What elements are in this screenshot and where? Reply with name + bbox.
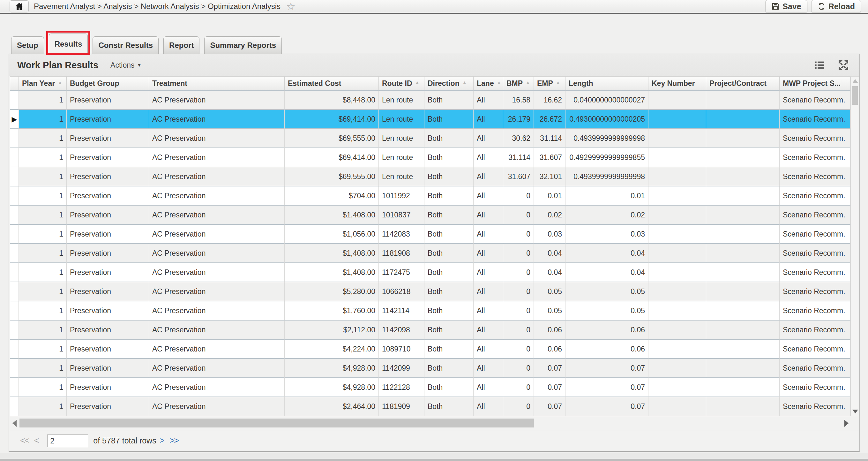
row-marker-cell[interactable] (10, 282, 19, 301)
cell-treatment[interactable]: AC Preservation (149, 263, 285, 282)
cell-direction[interactable]: Both (425, 91, 473, 110)
reload-button[interactable]: Reload (811, 0, 861, 13)
cell-project_contract[interactable] (706, 91, 780, 110)
cell-mwp_project_status[interactable]: Scenario Recomm. (780, 186, 850, 206)
cell-budget_group[interactable]: Preservation (67, 320, 149, 340)
table-row[interactable]: 1PreservationAC Preservation$2,464.00118… (10, 397, 850, 416)
save-button[interactable]: Save (765, 0, 807, 13)
row-marker-cell[interactable] (10, 340, 19, 359)
column-header-emp[interactable]: EMP▲ (534, 76, 565, 91)
cell-emp[interactable]: 0.01 (534, 186, 565, 206)
cell-plan_year[interactable]: 1 (19, 148, 67, 167)
table-row[interactable]: ▶1PreservationAC Preservation$69,414.00L… (10, 110, 850, 129)
table-row[interactable]: 1PreservationAC Preservation$69,555.00Le… (10, 129, 850, 148)
cell-emp[interactable]: 31.114 (534, 129, 565, 148)
column-header-mwp_project_status[interactable]: MWP Project S... (780, 76, 850, 91)
cell-bmp[interactable]: 0 (503, 225, 534, 244)
column-header-project_contract[interactable]: Project/Contract (706, 76, 780, 91)
row-marker-cell[interactable] (10, 186, 19, 206)
cell-lane[interactable]: All (473, 282, 503, 301)
cell-estimated_cost[interactable]: $4,224.00 (285, 340, 379, 359)
cell-key_number[interactable] (648, 320, 706, 340)
cell-estimated_cost[interactable]: $1,408.00 (285, 244, 379, 263)
cell-project_contract[interactable] (706, 301, 780, 320)
cell-bmp[interactable]: 0 (503, 320, 534, 340)
cell-plan_year[interactable]: 1 (19, 282, 67, 301)
cell-estimated_cost[interactable]: $69,414.00 (285, 148, 379, 167)
cell-treatment[interactable]: AC Preservation (149, 301, 285, 320)
expand-fullscreen-icon[interactable] (838, 59, 849, 71)
tab-constr-results[interactable]: Constr Results (93, 36, 159, 54)
cell-plan_year[interactable]: 1 (19, 206, 67, 225)
cell-budget_group[interactable]: Preservation (67, 244, 149, 263)
column-header-bmp[interactable]: BMP▲ (503, 76, 534, 91)
cell-treatment[interactable]: AC Preservation (149, 167, 285, 186)
cell-estimated_cost[interactable]: $704.00 (285, 186, 379, 206)
cell-plan_year[interactable]: 1 (19, 129, 67, 148)
cell-bmp[interactable]: 31.607 (503, 167, 534, 186)
cell-route_id[interactable]: 1011992 (379, 186, 425, 206)
column-header-plan_year[interactable]: Plan Year▲ (19, 76, 67, 91)
cell-bmp[interactable]: 0 (503, 378, 534, 397)
cell-budget_group[interactable]: Preservation (67, 148, 149, 167)
cell-direction[interactable]: Both (425, 129, 473, 148)
cell-route_id[interactable]: 1142083 (379, 225, 425, 244)
cell-key_number[interactable] (648, 301, 706, 320)
cell-bmp[interactable]: 0 (503, 397, 534, 416)
cell-budget_group[interactable]: Preservation (67, 301, 149, 320)
home-button[interactable] (9, 0, 29, 12)
column-header-budget_group[interactable]: Budget Group (67, 76, 149, 91)
row-marker-cell[interactable] (10, 320, 19, 340)
cell-treatment[interactable]: AC Preservation (149, 340, 285, 359)
cell-project_contract[interactable] (706, 263, 780, 282)
cell-lane[interactable]: All (473, 378, 503, 397)
scroll-left-arrow-icon[interactable] (12, 420, 17, 427)
cell-bmp[interactable]: 0 (503, 186, 534, 206)
cell-mwp_project_status[interactable]: Scenario Recomm. (780, 340, 850, 359)
cell-direction[interactable]: Both (425, 186, 473, 206)
cell-lane[interactable]: All (473, 167, 503, 186)
cell-length[interactable]: 0.01 (565, 186, 648, 206)
cell-plan_year[interactable]: 1 (19, 301, 67, 320)
next-page-button[interactable]: > (160, 436, 165, 446)
column-header-length[interactable]: Length (565, 76, 648, 91)
cell-treatment[interactable]: AC Preservation (149, 148, 285, 167)
cell-length[interactable]: 0.06 (565, 320, 648, 340)
table-row[interactable]: 1PreservationAC Preservation$8,448.00Len… (10, 91, 850, 110)
cell-estimated_cost[interactable]: $4,928.00 (285, 359, 379, 378)
cell-key_number[interactable] (648, 397, 706, 416)
cell-plan_year[interactable]: 1 (19, 263, 67, 282)
cell-estimated_cost[interactable]: $4,928.00 (285, 378, 379, 397)
cell-route_id[interactable]: 1142098 (379, 320, 425, 340)
cell-treatment[interactable]: AC Preservation (149, 225, 285, 244)
cell-budget_group[interactable]: Preservation (67, 397, 149, 416)
cell-emp[interactable]: 0.06 (534, 320, 565, 340)
cell-length[interactable]: 0.49300000000000205 (565, 110, 648, 129)
row-marker-cell[interactable] (10, 244, 19, 263)
cell-plan_year[interactable]: 1 (19, 186, 67, 206)
cell-direction[interactable]: Both (425, 359, 473, 378)
cell-direction[interactable]: Both (425, 148, 473, 167)
cell-length[interactable]: 0.02 (565, 206, 648, 225)
cell-estimated_cost[interactable]: $69,555.00 (285, 129, 379, 148)
cell-budget_group[interactable]: Preservation (67, 225, 149, 244)
cell-route_id[interactable]: Len route (379, 167, 425, 186)
cell-mwp_project_status[interactable]: Scenario Recomm. (780, 110, 850, 129)
row-marker-cell[interactable] (10, 263, 19, 282)
cell-key_number[interactable] (648, 225, 706, 244)
cell-emp[interactable]: 31.607 (534, 148, 565, 167)
column-header-route_id[interactable]: Route ID▲ (379, 76, 425, 91)
column-header-key_number[interactable]: Key Number (648, 76, 706, 91)
cell-direction[interactable]: Both (425, 301, 473, 320)
cell-length[interactable]: 0.04 (565, 244, 648, 263)
cell-mwp_project_status[interactable]: Scenario Recomm. (780, 301, 850, 320)
cell-emp[interactable]: 0.07 (534, 397, 565, 416)
cell-key_number[interactable] (648, 244, 706, 263)
cell-emp[interactable]: 0.05 (534, 301, 565, 320)
cell-budget_group[interactable]: Preservation (67, 167, 149, 186)
cell-route_id[interactable]: 1122128 (379, 378, 425, 397)
cell-length[interactable]: 0.4939999999999998 (565, 129, 648, 148)
cell-length[interactable]: 0.07 (565, 359, 648, 378)
cell-direction[interactable]: Both (425, 320, 473, 340)
cell-project_contract[interactable] (706, 206, 780, 225)
